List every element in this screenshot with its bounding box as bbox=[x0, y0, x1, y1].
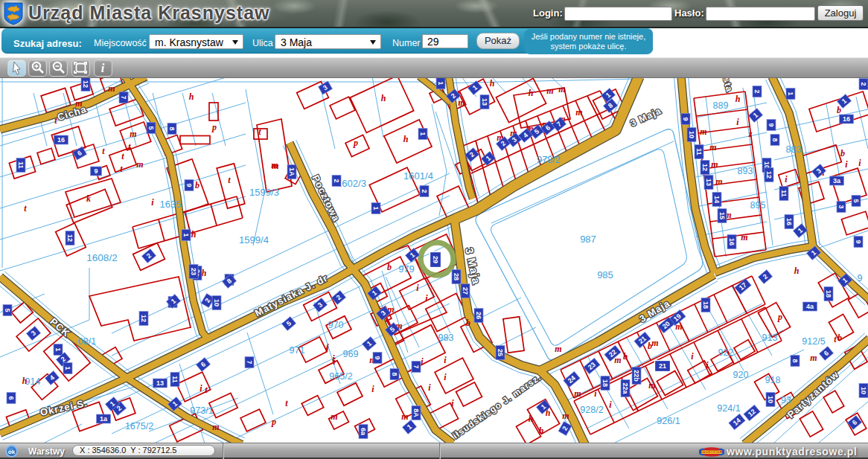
svg-text:m: m bbox=[401, 411, 408, 422]
svg-text:b: b bbox=[837, 333, 842, 343]
svg-text:m: m bbox=[458, 97, 465, 108]
svg-text:k: k bbox=[86, 193, 91, 204]
svg-text:18: 18 bbox=[702, 301, 709, 309]
svg-text:b: b bbox=[195, 180, 200, 190]
svg-text:m: m bbox=[212, 422, 219, 432]
svg-text:93: 93 bbox=[781, 395, 791, 405]
svg-text:2: 2 bbox=[753, 89, 761, 93]
svg-text:1675/2: 1675/2 bbox=[125, 421, 153, 431]
svg-text:16: 16 bbox=[843, 115, 850, 123]
svg-text:12: 12 bbox=[765, 171, 773, 179]
svg-text:1: 1 bbox=[437, 81, 444, 85]
svg-text:5: 5 bbox=[852, 199, 860, 202]
svg-text:z: z bbox=[748, 129, 753, 139]
svg-text:895: 895 bbox=[750, 200, 766, 211]
svg-text:9: 9 bbox=[858, 273, 863, 283]
svg-text:h: h bbox=[202, 268, 207, 278]
svg-text:913: 913 bbox=[762, 333, 778, 343]
svg-text:h: h bbox=[381, 93, 386, 103]
svg-text:p: p bbox=[271, 417, 276, 427]
svg-text:1601/4: 1601/4 bbox=[403, 170, 433, 182]
svg-text:893: 893 bbox=[738, 166, 753, 176]
svg-text:16: 16 bbox=[785, 218, 793, 225]
svg-text:973/1: 973/1 bbox=[190, 405, 213, 416]
svg-text:m: m bbox=[558, 84, 565, 94]
svg-text:m: m bbox=[715, 176, 722, 187]
svg-text:m: m bbox=[574, 388, 581, 399]
svg-text:1: 1 bbox=[787, 92, 794, 95]
svg-text:13: 13 bbox=[156, 379, 164, 387]
svg-text:m: m bbox=[562, 411, 569, 421]
svg-text:m: m bbox=[709, 142, 716, 153]
svg-text:25: 25 bbox=[497, 349, 504, 356]
svg-text:h: h bbox=[22, 376, 28, 386]
svg-text:m: m bbox=[108, 83, 115, 94]
svg-text:m: m bbox=[810, 353, 817, 363]
svg-text:11: 11 bbox=[695, 148, 703, 155]
svg-text:m: m bbox=[651, 338, 658, 348]
svg-text:m: m bbox=[130, 129, 136, 139]
svg-text:914: 914 bbox=[25, 376, 41, 387]
svg-text:10: 10 bbox=[688, 131, 695, 138]
svg-text:2: 2 bbox=[333, 179, 340, 182]
svg-text:h: h bbox=[529, 88, 534, 98]
svg-text:9: 9 bbox=[94, 167, 98, 175]
svg-text:7: 7 bbox=[246, 360, 253, 364]
svg-text:m: m bbox=[546, 86, 553, 96]
svg-text:11: 11 bbox=[171, 376, 179, 383]
svg-text:7: 7 bbox=[412, 365, 420, 368]
svg-text:2: 2 bbox=[860, 82, 867, 86]
svg-text:1608/2: 1608/2 bbox=[86, 252, 117, 263]
svg-text:m: m bbox=[741, 232, 747, 243]
svg-text:12: 12 bbox=[701, 164, 709, 171]
svg-text:3: 3 bbox=[837, 205, 845, 208]
svg-text:10: 10 bbox=[213, 299, 220, 306]
svg-text:8: 8 bbox=[771, 138, 779, 141]
svg-text:9: 9 bbox=[374, 356, 381, 359]
svg-text:08/1: 08/1 bbox=[78, 336, 96, 347]
svg-text:18: 18 bbox=[825, 290, 832, 298]
svg-text:1: 1 bbox=[64, 366, 71, 370]
svg-text:8: 8 bbox=[168, 126, 176, 130]
svg-text:16: 16 bbox=[57, 136, 65, 144]
svg-text:1a: 1a bbox=[100, 415, 108, 423]
svg-text:i: i bbox=[101, 62, 105, 74]
svg-text:m: m bbox=[711, 159, 718, 170]
svg-text:985: 985 bbox=[597, 269, 613, 280]
svg-text:1: 1 bbox=[182, 233, 190, 237]
svg-text:971: 971 bbox=[290, 345, 305, 356]
svg-text:978/2: 978/2 bbox=[537, 155, 560, 165]
svg-text:m: m bbox=[575, 107, 582, 118]
svg-text:1599/3: 1599/3 bbox=[249, 187, 279, 198]
svg-text:p: p bbox=[777, 312, 782, 322]
svg-text:5: 5 bbox=[4, 308, 11, 312]
svg-text:14: 14 bbox=[713, 196, 721, 203]
svg-text:h: h bbox=[490, 78, 495, 89]
svg-text:12: 12 bbox=[140, 315, 147, 322]
svg-text:m: m bbox=[331, 411, 337, 422]
svg-text:12: 12 bbox=[66, 234, 74, 242]
svg-text:13: 13 bbox=[481, 98, 488, 106]
svg-text:1: 1 bbox=[372, 206, 380, 210]
svg-text:9: 9 bbox=[855, 240, 862, 243]
svg-text:m: m bbox=[555, 344, 561, 354]
svg-text:b: b bbox=[837, 105, 841, 115]
svg-text:13: 13 bbox=[705, 179, 712, 186]
svg-text:1635: 1635 bbox=[160, 199, 182, 210]
svg-text:920: 920 bbox=[733, 370, 749, 380]
svg-text:1A: 1A bbox=[288, 167, 296, 176]
svg-text:3a: 3a bbox=[833, 177, 841, 184]
svg-text:16: 16 bbox=[728, 238, 735, 245]
svg-text:7: 7 bbox=[120, 95, 127, 99]
svg-text:h: h bbox=[403, 134, 409, 144]
svg-text:10: 10 bbox=[860, 387, 867, 394]
svg-text:926/1: 926/1 bbox=[657, 416, 680, 426]
svg-text:b: b bbox=[387, 262, 392, 272]
svg-text:22a: 22a bbox=[622, 382, 629, 394]
svg-text:GEOSYSTEM: GEOSYSTEM bbox=[701, 450, 723, 454]
svg-text:b: b bbox=[466, 318, 470, 328]
svg-text:889: 889 bbox=[713, 100, 729, 111]
svg-text:9: 9 bbox=[185, 183, 193, 187]
svg-text:26: 26 bbox=[475, 312, 482, 319]
svg-text:h: h bbox=[191, 229, 197, 240]
